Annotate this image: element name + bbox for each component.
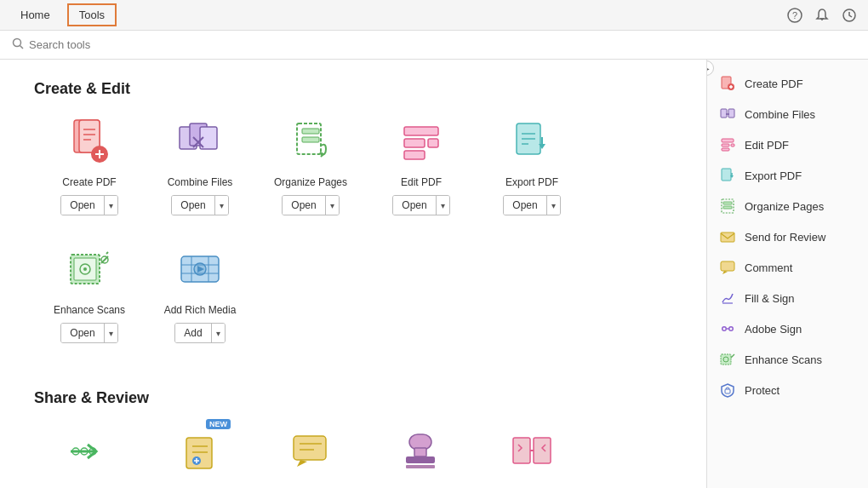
svg-point-85: [730, 328, 733, 330]
svg-rect-59: [406, 465, 435, 468]
export-pdf-arrow-btn[interactable]: ▾: [546, 196, 560, 215]
svg-line-6: [20, 46, 24, 49]
sidebar-label-send-for-review: Send for Review: [745, 231, 825, 244]
sidebar-organize-pages-icon: [719, 198, 736, 215]
svg-point-32: [83, 267, 87, 271]
sidebar-export-pdf-icon: [719, 167, 736, 184]
sidebar-label-edit-pdf: Edit PDF: [745, 139, 789, 152]
main-layout: Create & Edit: [0, 60, 868, 488]
help-icon[interactable]: ?: [786, 7, 803, 24]
sidebar-item-adobe-sign[interactable]: Adobe Sign: [707, 313, 868, 344]
sidebar-item-combine-files[interactable]: Combine Files: [707, 99, 868, 129]
add-rich-media-arrow-btn[interactable]: ▾: [211, 324, 225, 342]
share-tool-3: [255, 424, 366, 485]
share-review-title: Share & Review: [34, 389, 672, 407]
create-pdf-open-btn[interactable]: Open: [61, 196, 103, 215]
create-edit-grid: Create PDF Open ▾: [34, 115, 672, 364]
svg-marker-55: [297, 460, 307, 467]
create-edit-section: Create & Edit: [34, 80, 672, 364]
combine-files-open-btn[interactable]: Open: [172, 196, 214, 215]
svg-rect-73: [722, 169, 731, 181]
search-icon: [12, 37, 24, 52]
export-pdf-icon: [505, 115, 559, 169]
organize-pages-arrow-btn[interactable]: ▾: [325, 196, 339, 215]
svg-rect-72: [731, 144, 734, 146]
add-rich-media-icon: [173, 243, 227, 297]
sidebar-enhance-scans-icon: [719, 351, 736, 368]
stamp-icon: [394, 424, 448, 479]
svg-marker-80: [722, 271, 728, 274]
tab-tools[interactable]: Tools: [67, 3, 117, 26]
sidebar-label-enhance-scans: Enhance Scans: [745, 353, 822, 366]
share-review-section: Share & Review: [34, 389, 672, 488]
search-bar: [0, 31, 868, 60]
sidebar-item-organize-pages[interactable]: Organize Pages: [707, 191, 868, 221]
sidebar-item-edit-pdf[interactable]: Edit PDF: [707, 129, 868, 160]
sidebar-item-enhance-scans[interactable]: Enhance Scans: [707, 344, 868, 375]
export-pdf-open-btn[interactable]: Open: [504, 196, 545, 215]
sidebar-item-export-pdf[interactable]: Export PDF: [707, 160, 868, 191]
share-tool-2: NEW: [145, 424, 255, 485]
comment-share-icon: [283, 424, 338, 479]
svg-point-84: [723, 328, 726, 330]
combine-files-arrow-btn[interactable]: ▾: [214, 196, 228, 215]
sidebar-label-fill-sign: Fill & Sign: [745, 292, 795, 305]
edit-pdf-btn-group: Open ▾: [392, 195, 449, 215]
export-pdf-name: Export PDF: [505, 176, 558, 188]
create-pdf-name: Create PDF: [62, 176, 116, 188]
search-input[interactable]: [29, 38, 199, 51]
create-edit-title: Create & Edit: [34, 80, 672, 98]
share-arrow-icon: [62, 424, 117, 479]
enhance-scans-icon: [62, 243, 117, 297]
edit-pdf-icon: [394, 115, 448, 169]
sidebar-item-protect[interactable]: Protect: [707, 375, 868, 405]
enhance-scans-open-btn[interactable]: Open: [61, 324, 103, 342]
share-tool-4: [366, 424, 477, 485]
svg-rect-71: [722, 148, 729, 151]
sidebar-create-pdf-icon: [719, 75, 736, 92]
enhance-scans-btn-group: Open ▾: [60, 323, 117, 343]
tab-home[interactable]: Home: [10, 5, 60, 25]
create-pdf-arrow-btn[interactable]: ▾: [104, 196, 117, 215]
sidebar-comment-icon: [719, 259, 736, 276]
svg-rect-23: [404, 151, 425, 159]
sidebar-adobe-sign-icon: [719, 320, 736, 337]
svg-text:?: ?: [792, 10, 797, 20]
edit-pdf-arrow-btn[interactable]: ▾: [436, 196, 449, 215]
svg-point-5: [14, 39, 21, 47]
tool-edit-pdf: Edit PDF Open ▾: [366, 115, 477, 215]
svg-rect-77: [723, 206, 732, 209]
organize-pages-open-btn[interactable]: Open: [283, 196, 324, 215]
sidebar-edit-pdf-icon: [719, 136, 736, 153]
new-badge: NEW: [206, 419, 231, 429]
tool-enhance-scans: Enhance Scans Open ▾: [34, 243, 145, 343]
history-icon[interactable]: [841, 7, 858, 24]
edit-pdf-open-btn[interactable]: Open: [393, 196, 435, 215]
notification-icon[interactable]: [814, 7, 831, 24]
sidebar-fill-sign-icon: [719, 290, 736, 307]
svg-rect-90: [725, 389, 730, 393]
organize-pages-btn-group: Open ▾: [282, 195, 339, 215]
content-area: Create & Edit: [0, 60, 706, 488]
svg-rect-21: [404, 127, 438, 135]
top-navigation: Home Tools ?: [0, 0, 868, 31]
svg-line-34: [106, 252, 108, 254]
add-rich-media-add-btn[interactable]: Add: [175, 324, 210, 342]
sidebar-combine-files-icon: [719, 106, 736, 123]
sidebar-item-comment[interactable]: Comment: [707, 252, 868, 283]
svg-rect-20: [302, 137, 319, 142]
edit-pdf-name: Edit PDF: [401, 176, 442, 188]
add-rich-media-btn-group: Add ▾: [174, 323, 225, 343]
svg-rect-70: [722, 144, 729, 146]
sidebar-item-create-pdf[interactable]: Create PDF: [707, 68, 868, 99]
sidebar-item-fill-sign[interactable]: Fill & Sign: [707, 283, 868, 313]
enhance-scans-arrow-btn[interactable]: ▾: [104, 324, 117, 342]
sidebar-label-create-pdf: Create PDF: [745, 78, 803, 90]
export-pdf-btn-group: Open ▾: [503, 195, 560, 215]
tool-export-pdf: Export PDF Open ▾: [477, 115, 587, 215]
svg-line-89: [731, 354, 734, 358]
sidebar-item-send-for-review[interactable]: Send for Review: [707, 221, 868, 252]
tool-combine-files: Combine Files Open ▾: [145, 115, 255, 215]
enhance-scans-name: Enhance Scans: [54, 304, 125, 316]
tool-add-rich-media: Add Rich Media Add ▾: [145, 243, 255, 343]
